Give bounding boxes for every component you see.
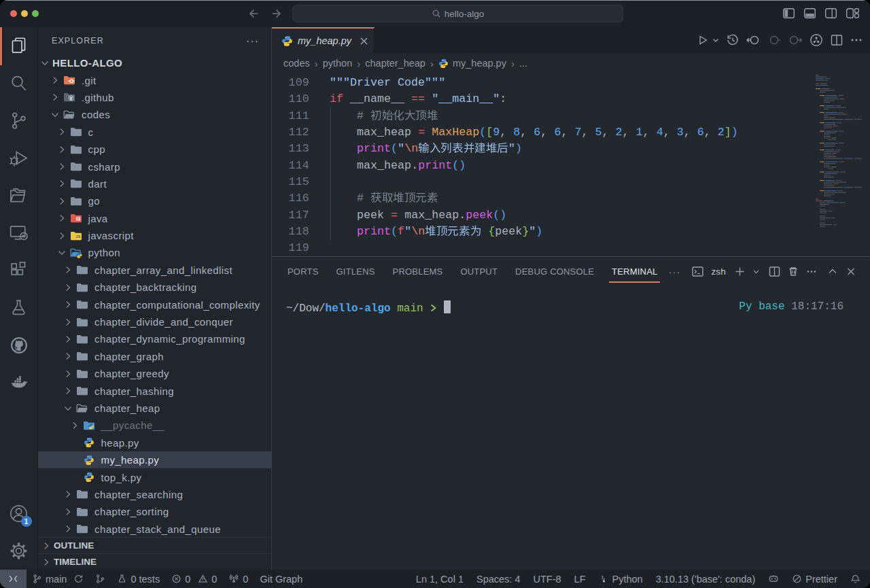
svg-text:JS: JS: [75, 235, 80, 239]
